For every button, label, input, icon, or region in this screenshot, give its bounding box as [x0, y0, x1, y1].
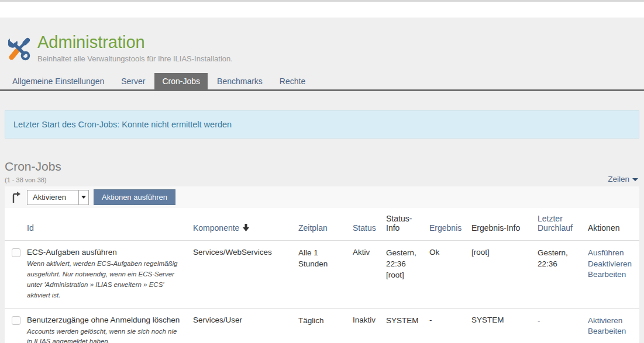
- info-message: Letzter Start des Cron-Jobs: Konnte nich…: [5, 110, 639, 138]
- top-bar: [0, 0, 644, 18]
- column-header-zeitplan[interactable]: Zeitplan: [298, 208, 353, 241]
- rows-dropdown[interactable]: Zeilen: [608, 175, 638, 183]
- column-header-id[interactable]: Id: [27, 208, 193, 241]
- cell-letzter-durchlauf: Gestern, 22:36: [538, 241, 588, 308]
- page-title: Administration: [37, 33, 233, 52]
- table-row: ECS-Aufgaben ausführen Wenn aktiviert, w…: [5, 241, 639, 308]
- column-header-ergebnis[interactable]: Ergebnis: [429, 208, 471, 241]
- job-title: ECS-Aufgaben ausführen: [27, 248, 188, 257]
- execute-actions-button[interactable]: Aktionen ausführen: [94, 189, 175, 205]
- page-subtitle: Beinhaltet alle Verwaltungstools für Ihr…: [37, 54, 233, 63]
- tab-allgemeine-einstellungen[interactable]: Allgemeine Einstellungen: [5, 73, 112, 89]
- cron-jobs-table-panel: Aktivieren Aktionen ausführen Id Kompone…: [5, 186, 639, 343]
- ilias-admin-screen: Administration Beinhaltet alle Verwaltun…: [0, 0, 644, 343]
- cell-aktionen: Aktivieren Bearbeiten: [588, 308, 639, 343]
- cell-status-info: Gestern, 22:36 [root]: [386, 241, 429, 308]
- row-checkbox[interactable]: [12, 248, 20, 257]
- tab-benchmarks[interactable]: Benchmarks: [209, 73, 270, 89]
- cron-jobs-table: Id Komponente Zeitplan Status Status-Inf…: [5, 208, 639, 343]
- job-title: Benutzerzugänge ohne Anmeldung löschen: [27, 316, 188, 324]
- cell-zeitplan: Alle 1 Stunden: [298, 241, 353, 308]
- column-header-aktionen: Aktionen: [588, 208, 639, 241]
- cell-ergebnis-info: SYSTEM: [471, 308, 538, 343]
- section-title: Cron-Jobs: [5, 160, 639, 174]
- cron-jobs-section-head: Cron-Jobs (1 - 38 von 38) Zeilen: [5, 160, 639, 183]
- tab-rechte[interactable]: Rechte: [272, 73, 313, 89]
- cell-ergebnis-info: [root]: [471, 241, 538, 308]
- column-header-komponente[interactable]: Komponente: [193, 208, 298, 241]
- job-description: Wenn aktiviert, werden ECS-Aufgaben rege…: [27, 259, 188, 300]
- cell-ergebnis: -: [429, 308, 471, 343]
- chevron-down-icon: [632, 178, 638, 181]
- cell-komponente: Services/WebServices: [193, 241, 298, 308]
- tab-server[interactable]: Server: [113, 73, 153, 89]
- cell-status: Inaktiv: [353, 308, 386, 343]
- tab-bar: Allgemeine Einstellungen Server Cron-Job…: [0, 73, 644, 91]
- tab-cron-jobs[interactable]: Cron-Jobs: [154, 73, 208, 89]
- administration-tools-icon: [8, 36, 30, 61]
- sort-descending-icon: [243, 224, 249, 231]
- cell-aktionen: Ausführen Deaktivieren Bearbeiten: [588, 241, 639, 308]
- cell-letzter-durchlauf: -: [538, 308, 588, 343]
- table-row: Benutzerzugänge ohne Anmeldung löschen A…: [5, 308, 639, 343]
- job-description: Accounts werden gelöscht, wenn sie sich …: [27, 327, 188, 343]
- chevron-down-icon: [81, 196, 86, 199]
- cell-status: Aktiv: [353, 241, 386, 308]
- cell-zeitplan: Täglich: [298, 308, 353, 343]
- column-header-status[interactable]: Status: [353, 208, 386, 241]
- cell-komponente: Services/User: [193, 308, 298, 343]
- action-bearbeiten[interactable]: Bearbeiten: [588, 269, 635, 280]
- cell-status-info: SYSTEM: [386, 308, 429, 343]
- column-header-status-info: Status-Info: [386, 208, 429, 241]
- action-deaktivieren[interactable]: Deaktivieren: [588, 259, 635, 269]
- result-count: (1 - 38 von 38): [5, 176, 639, 183]
- action-bearbeiten[interactable]: Bearbeiten: [588, 326, 635, 337]
- column-header-ergebnis-info: Ergebnis-Info: [471, 208, 538, 241]
- bulk-action-select[interactable]: Aktivieren: [27, 190, 89, 205]
- action-aktivieren[interactable]: Aktivieren: [588, 316, 635, 326]
- page-header: Administration Beinhaltet alle Verwaltun…: [0, 18, 644, 91]
- header-checkbox-spacer: [5, 208, 27, 241]
- bulk-action-selected-value: Aktivieren: [27, 193, 78, 202]
- row-checkbox[interactable]: [12, 316, 20, 325]
- cell-ergebnis: Ok: [429, 241, 471, 308]
- apply-action-arrow-icon: [12, 192, 21, 203]
- column-header-letzter-durchlauf[interactable]: Letzter Durchlauf: [538, 208, 588, 241]
- action-ausfuehren[interactable]: Ausführen: [588, 248, 635, 258]
- select-dropdown-button[interactable]: [78, 190, 88, 205]
- table-header-row: Id Komponente Zeitplan Status Status-Inf…: [5, 208, 639, 241]
- bulk-actions-toolbar: Aktivieren Aktionen ausführen: [5, 186, 639, 208]
